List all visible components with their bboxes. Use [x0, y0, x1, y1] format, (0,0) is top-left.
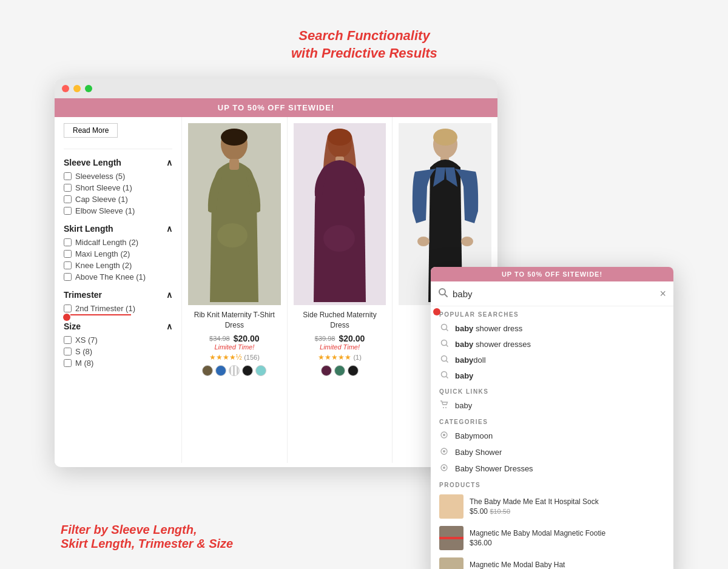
search-result-baby[interactable]: baby	[431, 368, 673, 383]
m-label: M (8)	[75, 359, 93, 368]
cart-icon	[439, 400, 449, 411]
product-image-2	[294, 123, 386, 305]
swatch-1-5[interactable]	[255, 365, 266, 376]
filter-s[interactable]: S (8)	[64, 347, 172, 356]
search-product-3[interactable]: Magnetic Me Modal Baby Hat $18.00	[431, 554, 673, 569]
color-swatches-2	[321, 365, 359, 376]
swatch-2-2[interactable]	[334, 365, 345, 376]
filter-sleeveless[interactable]: Sleeveless (5)	[64, 172, 172, 181]
banner-highlight: 50% OFF SITEWIDE!	[248, 103, 334, 112]
product-name-1: Rib Knit Maternity T-Shirt Dress	[188, 310, 281, 331]
category-baby-shower[interactable]: Baby Shower	[431, 444, 673, 460]
swatch-2-1[interactable]	[321, 365, 332, 376]
svg-point-1	[221, 129, 248, 146]
svg-line-16	[446, 329, 448, 331]
sleeveless-checkbox[interactable]	[64, 172, 72, 180]
trimester-section: Trimester ∧	[64, 290, 172, 300]
svg-rect-2	[229, 159, 239, 170]
swatch-1-4[interactable]	[242, 365, 253, 376]
sleeve-length-toggle[interactable]: ∧	[166, 158, 172, 167]
limited-time-2: Limited Time!	[320, 343, 360, 351]
size-section: Size ∧	[64, 322, 172, 331]
category-baby-shower-dresses[interactable]: Baby Shower Dresses	[431, 460, 673, 477]
2nd-trimester-checkbox[interactable]	[64, 305, 72, 312]
product-price-row-2: $39.98 $20.00	[315, 334, 365, 343]
popular-searches-label: POPULAR SEARCHES	[431, 306, 673, 320]
quick-links-label: QUICK LINKS	[431, 383, 673, 397]
svg-point-3	[217, 223, 248, 247]
midcalf-checkbox[interactable]	[64, 238, 72, 246]
size-toggle[interactable]: ∧	[166, 322, 172, 331]
above-knee-checkbox[interactable]	[64, 273, 72, 281]
short-sleeve-checkbox[interactable]	[64, 184, 72, 192]
xs-checkbox[interactable]	[64, 336, 72, 344]
filter-elbow-sleeve[interactable]: Elbow Sleeve (1)	[64, 206, 172, 215]
browser-dot-green[interactable]	[85, 85, 92, 92]
filter-xs[interactable]: XS (7)	[64, 335, 172, 345]
xs-label: XS (7)	[75, 335, 98, 345]
purple-dress-svg	[300, 126, 379, 302]
annotation-bottom2: Skirt Length, Trimester & Size	[61, 537, 233, 551]
swatch-1-2[interactable]	[215, 365, 226, 376]
browser-dot-red[interactable]	[62, 85, 69, 92]
knee-checkbox[interactable]	[64, 261, 72, 269]
filter-m[interactable]: M (8)	[64, 359, 172, 368]
olive-dress-svg	[195, 126, 274, 302]
cap-sleeve-checkbox[interactable]	[64, 195, 72, 203]
category-babymoon-text: Babymoon	[455, 431, 493, 440]
product-card-2[interactable]: Side Ruched Maternity Dress $39.98 $20.0…	[288, 117, 393, 463]
filter-cap-sleeve[interactable]: Cap Sleeve (1)	[64, 195, 172, 204]
search-result-text-4: baby	[455, 371, 473, 380]
search-result-icon-3	[439, 355, 449, 365]
annotation-bottom1: Filter by Sleeve Length,	[61, 523, 233, 537]
search-result-babydoll[interactable]: babydoll	[431, 352, 673, 368]
category-icon-2	[439, 447, 449, 457]
annotation-dot-search	[433, 308, 440, 315]
product-stars-2: ★★★★★ (1)	[318, 353, 362, 362]
swatch-1-1[interactable]	[202, 365, 213, 376]
search-product-2[interactable]: Magnetic Me Baby Modal Magnetic Footie $…	[431, 522, 673, 554]
category-babymoon[interactable]: Babymoon	[431, 428, 673, 444]
quick-link-text: baby	[455, 401, 472, 410]
svg-point-26	[443, 434, 445, 436]
search-close-button[interactable]: ×	[659, 288, 666, 299]
midcalf-label: Midcalf Length (2)	[75, 238, 138, 247]
trimester-toggle[interactable]: ∧	[166, 290, 172, 300]
bottom-annotation: Filter by Sleeve Length, Skirt Length, T…	[61, 523, 233, 551]
svg-line-20	[446, 361, 448, 363]
quick-link-baby[interactable]: baby	[431, 397, 673, 414]
search-result-baby-shower-dress[interactable]: baby shower dress	[431, 320, 673, 336]
search-bar: ×	[431, 281, 673, 306]
filter-maxi[interactable]: Maxi Length (2)	[64, 249, 172, 258]
filter-above-knee[interactable]: Above The Knee (1)	[64, 272, 172, 281]
m-checkbox[interactable]	[64, 359, 72, 367]
skirt-length-section: Skirt Length ∧	[64, 224, 172, 234]
limited-time-1: Limited Time!	[214, 343, 254, 351]
read-more-button[interactable]: Read More	[64, 123, 118, 138]
search-result-baby-shower-dresses[interactable]: baby shower dresses	[431, 336, 673, 352]
svg-line-14	[445, 294, 447, 297]
filter-2nd-trimester[interactable]: 2nd Trimester (1)	[64, 304, 172, 313]
skirt-length-toggle[interactable]: ∧	[166, 224, 172, 234]
search-product-info-3: Magnetic Me Modal Baby Hat $18.00	[470, 561, 665, 569]
categories-label: CATEGORIES	[431, 414, 673, 428]
elbow-sleeve-checkbox[interactable]	[64, 207, 72, 215]
swatch-1-3[interactable]	[229, 365, 240, 376]
product-card-1[interactable]: Rib Knit Maternity T-Shirt Dress $34.98 …	[182, 117, 288, 463]
cap-sleeve-label: Cap Sleeve (1)	[75, 195, 128, 204]
product-price-sale-2: $20.00	[339, 334, 365, 343]
s-checkbox[interactable]	[64, 348, 72, 355]
svg-point-23	[443, 407, 444, 408]
swatch-2-3[interactable]	[348, 365, 359, 376]
search-input[interactable]	[453, 289, 655, 299]
maxi-checkbox[interactable]	[64, 250, 72, 258]
search-product-1[interactable]: The Baby Made Me Eat It Hospital Sock $5…	[431, 491, 673, 522]
filter-knee[interactable]: Knee Length (2)	[64, 261, 172, 270]
filter-short-sleeve[interactable]: Short Sleeve (1)	[64, 183, 172, 192]
search-result-text-2: baby shower dresses	[455, 340, 531, 349]
skirt-length-title: Skirt Length	[64, 224, 113, 234]
filter-midcalf[interactable]: Midcalf Length (2)	[64, 238, 172, 247]
browser-dot-yellow[interactable]	[73, 85, 81, 92]
browser-titlebar	[55, 79, 497, 98]
maxi-label: Maxi Length (2)	[75, 249, 130, 258]
